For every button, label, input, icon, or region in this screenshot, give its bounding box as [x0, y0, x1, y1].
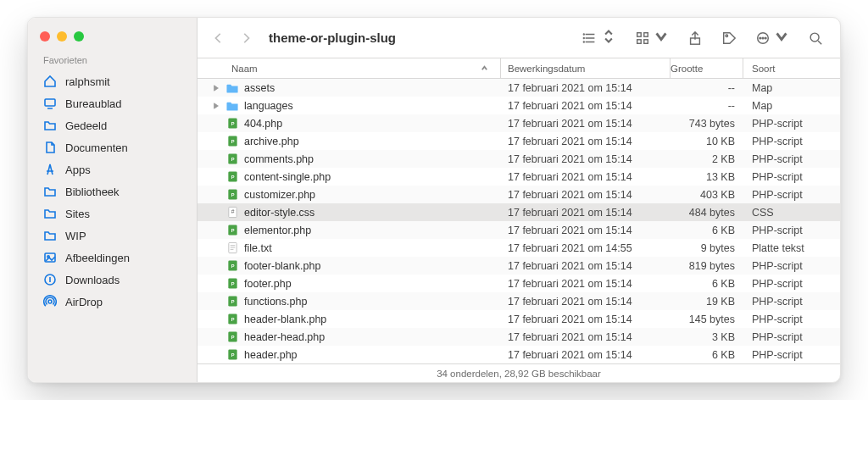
disclosure-arrow[interactable]: [198, 85, 223, 92]
actions-button[interactable]: [750, 29, 794, 47]
share-button[interactable]: [682, 31, 708, 46]
file-name: 404.php: [244, 118, 282, 130]
file-size: 403 KB: [670, 189, 743, 201]
search-button[interactable]: [803, 31, 828, 46]
sidebar-item-label: Apps: [65, 164, 91, 176]
php-file-icon: P: [226, 224, 239, 236]
view-options-button[interactable]: [630, 29, 674, 47]
sidebar-item[interactable]: Documenten: [28, 136, 197, 158]
php-file-icon: P: [226, 348, 239, 361]
file-size: 6 KB: [670, 278, 743, 290]
file-row[interactable]: Pcustomizer.php17 februari 2021 om 15:14…: [198, 186, 840, 203]
sidebar: Favorieten ralphsmitBureaubladGedeeldDoc…: [28, 18, 198, 382]
toolbar: theme-or-plugin-slug: [198, 18, 840, 58]
window-controls: [28, 28, 197, 53]
svg-point-4: [583, 37, 584, 38]
sidebar-item-label: Afbeeldingen: [65, 252, 130, 264]
php-file-icon: P: [226, 313, 239, 325]
finder-window: Favorieten ralphsmitBureaubladGedeeldDoc…: [27, 17, 841, 383]
file-row[interactable]: Pheader-blank.php17 februari 2021 om 15:…: [198, 310, 840, 328]
sidebar-item[interactable]: WIP: [28, 225, 197, 247]
svg-point-11: [726, 35, 728, 37]
file-size: --: [670, 100, 743, 112]
sidebar-item-label: Downloads: [65, 274, 120, 286]
column-header-size[interactable]: Grootte: [670, 58, 743, 78]
file-date: 17 februari 2021 om 15:14: [501, 153, 670, 165]
sidebar-item[interactable]: Apps: [28, 158, 197, 180]
svg-point-16: [810, 33, 819, 42]
minimize-button[interactable]: [57, 31, 67, 42]
close-button[interactable]: [40, 31, 50, 42]
file-size: --: [670, 82, 743, 94]
sidebar-item[interactable]: Downloads: [28, 269, 197, 291]
file-row[interactable]: Pelementor.php17 februari 2021 om 15:146…: [198, 221, 840, 239]
sidebar-item[interactable]: Sites: [28, 202, 197, 225]
file-name: functions.php: [244, 296, 307, 308]
php-file-icon: P: [226, 277, 239, 290]
file-row[interactable]: Pfooter.php17 februari 2021 om 15:146 KB…: [198, 275, 840, 292]
file-list: assets17 februari 2021 om 15:14--Maplang…: [198, 79, 840, 363]
sidebar-item[interactable]: Bibliotheek: [28, 180, 197, 202]
desktop-icon: [43, 97, 57, 110]
nav-forward-button[interactable]: [236, 29, 255, 47]
sidebar-item[interactable]: AirDrop: [28, 291, 197, 313]
chevron-down-icon: [654, 29, 669, 47]
column-header-kind[interactable]: Soort: [743, 58, 840, 78]
status-bar: 34 onderdelen, 28,92 GB beschikbaar: [198, 363, 840, 382]
download-icon: [43, 273, 57, 286]
sidebar-item[interactable]: Bureaublad: [28, 92, 197, 114]
file-row[interactable]: Pcontent-single.php17 februari 2021 om 1…: [198, 168, 840, 186]
file-row[interactable]: Pfunctions.php17 februari 2021 om 15:141…: [198, 292, 840, 310]
file-date: 17 februari 2021 om 15:14: [501, 171, 670, 183]
sidebar-item[interactable]: Afbeeldingen: [28, 247, 197, 269]
file-date: 17 februari 2021 om 15:14: [501, 118, 670, 130]
file-name: assets: [244, 82, 275, 94]
zoom-button[interactable]: [74, 31, 84, 42]
svg-text:P: P: [231, 352, 235, 358]
file-date: 17 februari 2021 om 15:14: [501, 100, 670, 112]
chevron-down-icon: [774, 29, 789, 47]
folder-icon: [43, 229, 57, 242]
file-size: 6 KB: [670, 225, 743, 236]
file-row[interactable]: Pheader-head.php17 februari 2021 om 15:1…: [198, 328, 840, 346]
file-row[interactable]: Pcomments.php17 februari 2021 om 15:142 …: [198, 150, 840, 168]
txt-file-icon: [226, 241, 239, 254]
sidebar-item-label: Sites: [65, 208, 90, 220]
sidebar-item-label: Bibliotheek: [65, 186, 120, 198]
sidebar-item[interactable]: Gedeeld: [28, 114, 197, 136]
file-kind: PHP-script: [743, 296, 840, 308]
window-title: theme-or-plugin-slug: [269, 31, 396, 45]
file-name: header.php: [244, 349, 298, 361]
file-row[interactable]: languages17 februari 2021 om 15:14--Map: [198, 97, 840, 114]
file-kind: PHP-script: [743, 260, 840, 272]
svg-text:P: P: [231, 175, 235, 180]
svg-point-14: [762, 37, 764, 39]
sidebar-item-label: ralphsmit: [65, 75, 110, 88]
disclosure-arrow[interactable]: [198, 103, 223, 109]
column-headers: Naam Bewerkingsdatum Grootte Soort: [198, 58, 840, 79]
file-size: 484 bytes: [670, 207, 743, 219]
file-row[interactable]: assets17 februari 2021 om 15:14--Map: [198, 79, 840, 97]
folder-icon: [43, 119, 57, 132]
column-header-date[interactable]: Bewerkingsdatum: [501, 58, 670, 78]
file-row[interactable]: P404.php17 februari 2021 om 15:14743 byt…: [198, 114, 840, 132]
file-row[interactable]: Pfooter-blank.php17 februari 2021 om 15:…: [198, 257, 840, 275]
file-row[interactable]: Pheader.php17 februari 2021 om 15:146 KB…: [198, 346, 840, 363]
file-kind: PHP-script: [743, 153, 840, 165]
file-row[interactable]: file.txt17 februari 2021 om 14:559 bytes…: [198, 239, 840, 257]
file-date: 17 februari 2021 om 15:14: [501, 331, 670, 343]
column-header-name[interactable]: Naam: [223, 58, 501, 78]
file-kind: PHP-script: [743, 349, 840, 361]
file-row[interactable]: editor-style.css17 februari 2021 om 15:1…: [198, 203, 840, 221]
file-size: 19 KB: [670, 296, 743, 308]
svg-text:P: P: [231, 335, 235, 340]
file-row[interactable]: Parchive.php17 februari 2021 om 15:1410 …: [198, 132, 840, 150]
tags-button[interactable]: [716, 31, 742, 46]
sidebar-item[interactable]: ralphsmit: [28, 70, 197, 92]
file-kind: Map: [743, 82, 840, 94]
main-panel: theme-or-plugin-slug: [198, 18, 840, 382]
view-list-button[interactable]: [577, 29, 621, 47]
svg-text:P: P: [231, 139, 235, 144]
folder-file-icon: [226, 81, 239, 94]
nav-back-button[interactable]: [209, 29, 228, 47]
